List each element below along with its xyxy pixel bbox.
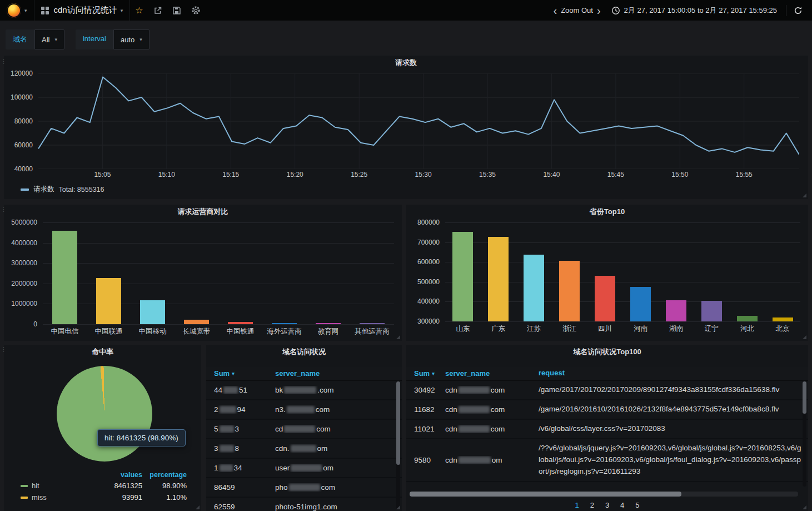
row-drag-handle[interactable]: ⋮ (1, 59, 4, 63)
bar-中国联通[interactable] (96, 278, 122, 324)
bar-江苏[interactable] (524, 255, 544, 321)
dashboard-selector[interactable]: cdn访问情况统计 ▾ (34, 0, 131, 21)
panel-title-domain-table[interactable]: 域名访问状况 (206, 345, 402, 359)
time-shift-forward-button[interactable]: › (593, 5, 605, 16)
row-drag-handle[interactable]: ⋮ (1, 347, 4, 351)
column-header-server-name[interactable]: server_name (268, 369, 402, 378)
bar-河南[interactable] (630, 287, 651, 321)
panel-province: 省份Top10 30000040000050000060000070000080… (406, 205, 808, 341)
bar-中国铁通[interactable] (228, 322, 253, 324)
legend-color-swatch (21, 497, 28, 499)
column-header-request[interactable]: request (535, 364, 808, 382)
bar-slot (218, 322, 262, 324)
cell-sum: 62559 (206, 503, 268, 511)
bar-中国电信[interactable] (52, 231, 78, 324)
column-header-server-name[interactable]: server_name (443, 369, 535, 378)
time-range-text: 2月 27, 2017 15:00:05 to 2月 27, 2017 15:5… (624, 6, 777, 16)
x-category-label: 教育网 (306, 327, 350, 336)
column-header-sum[interactable]: Sum ▾ (406, 369, 443, 378)
share-button[interactable] (148, 0, 167, 21)
variable-value-domain: All (42, 36, 49, 44)
save-button[interactable] (167, 0, 186, 21)
caret-down-icon: ▾ (140, 37, 142, 42)
y-tick-label: 500000 (417, 278, 440, 286)
legend-item-miss[interactable]: miss (32, 493, 47, 502)
graph-legend: 请求数 Total: 8555316 (21, 185, 808, 194)
panel-isp: 请求运营商对比 01000000200000030000004000000500… (4, 205, 402, 341)
bar-河北[interactable] (737, 316, 758, 321)
scrollbar-thumb[interactable] (410, 492, 681, 497)
bar-广东[interactable] (488, 237, 509, 321)
grafana-menu-button[interactable]: ▾ (0, 0, 34, 21)
legend-color-swatch (21, 485, 28, 487)
panel-title-hitrate[interactable]: 命中率 (4, 345, 201, 359)
vertical-scrollbar[interactable] (803, 381, 806, 487)
settings-button[interactable] (186, 0, 206, 21)
legend-row: hit846132598.90% (16, 480, 187, 492)
panel-title-isp[interactable]: 请求运营商对比 (4, 205, 402, 219)
cell-server-name: bk.com (268, 386, 402, 394)
x-category-label: 海外运营商 (262, 327, 306, 336)
column-header-sum[interactable]: Sum ▾ (206, 369, 268, 378)
chevron-right-icon: › (597, 4, 601, 17)
panel-title-requests[interactable]: 请求数 (4, 56, 808, 70)
x-category-label: 辽宁 (694, 324, 729, 334)
x-tick-label: 15:50 (667, 171, 692, 178)
panel-title-province[interactable]: 省份Top10 (406, 205, 808, 219)
bar-长城宽带[interactable] (184, 320, 210, 324)
time-picker-button[interactable]: 2月 27, 2017 15:00:05 to 2月 27, 2017 15:5… (605, 0, 784, 21)
bar-slot (765, 317, 800, 321)
vertical-scrollbar[interactable] (396, 381, 400, 509)
bar-chart-plot[interactable] (43, 222, 394, 324)
grafana-logo-icon (7, 3, 21, 18)
page-3[interactable]: 3 (605, 501, 609, 509)
legend-header-values[interactable]: values (91, 471, 142, 479)
y-tick-label: 0 (33, 320, 37, 328)
legend-header-percentage[interactable]: percentage (142, 471, 187, 479)
table-body: 4451bk.com294n3.com53cdcom38cdn.om134use… (206, 381, 402, 511)
x-category-label: 河北 (729, 324, 765, 334)
panel-hitrate: 命中率 hit: 8461325 (98.90%) valuespercenta… (4, 345, 201, 511)
scrollbar-thumb[interactable] (803, 381, 806, 414)
page-4[interactable]: 4 (620, 501, 624, 509)
bar-教育网[interactable] (316, 323, 341, 324)
scrollbar-thumb[interactable] (396, 381, 400, 465)
bar-slot (306, 323, 350, 324)
x-category-label: 四川 (587, 324, 623, 334)
bar-其他运营商[interactable] (360, 323, 385, 324)
x-category-label: 中国联通 (87, 327, 131, 336)
refresh-button[interactable] (789, 0, 808, 21)
bar-山东[interactable] (452, 232, 473, 321)
caret-down-icon: ▾ (54, 37, 57, 42)
line-chart-plot[interactable] (38, 73, 799, 169)
page-1[interactable]: 1 (575, 501, 579, 509)
bar-浙江[interactable] (559, 261, 580, 321)
horizontal-scrollbar[interactable] (410, 492, 798, 497)
redacted-text (291, 464, 322, 472)
page-2[interactable]: 2 (590, 501, 594, 509)
time-shift-back-button[interactable]: ‹ (549, 5, 561, 16)
pie-chart[interactable] (57, 366, 152, 462)
legend-percentage: 98.90% (142, 482, 187, 490)
bar-四川[interactable] (595, 276, 615, 321)
legend-series-label[interactable]: 请求数 (33, 185, 54, 194)
variable-dropdown-interval[interactable]: auto ▾ (113, 29, 150, 49)
bar-辽宁[interactable] (701, 301, 722, 321)
star-button[interactable]: ☆ (130, 0, 148, 21)
bar-中国移动[interactable] (140, 300, 166, 324)
panel-title-top100[interactable]: 域名访问状况Top100 (406, 345, 808, 359)
table-row: 53cdcom (206, 420, 402, 439)
x-tick-label: 15:55 (732, 171, 756, 178)
bar-北京[interactable] (773, 317, 793, 321)
zoom-out-button[interactable]: Zoom Out (561, 6, 593, 14)
bar-海外运营商[interactable] (272, 323, 297, 324)
variable-dropdown-domain[interactable]: All ▾ (34, 29, 64, 49)
row-drag-handle[interactable]: ⋮ (1, 207, 4, 211)
page-5[interactable]: 5 (635, 501, 639, 509)
bar-chart-plot[interactable] (445, 222, 800, 321)
table-row: 30492cdncom/game/2017/201702/20170209/89… (406, 381, 808, 400)
chevron-left-icon: ‹ (553, 4, 557, 17)
bar-slot (623, 287, 659, 321)
bar-湖南[interactable] (666, 300, 686, 321)
legend-item-hit[interactable]: hit (32, 482, 39, 490)
